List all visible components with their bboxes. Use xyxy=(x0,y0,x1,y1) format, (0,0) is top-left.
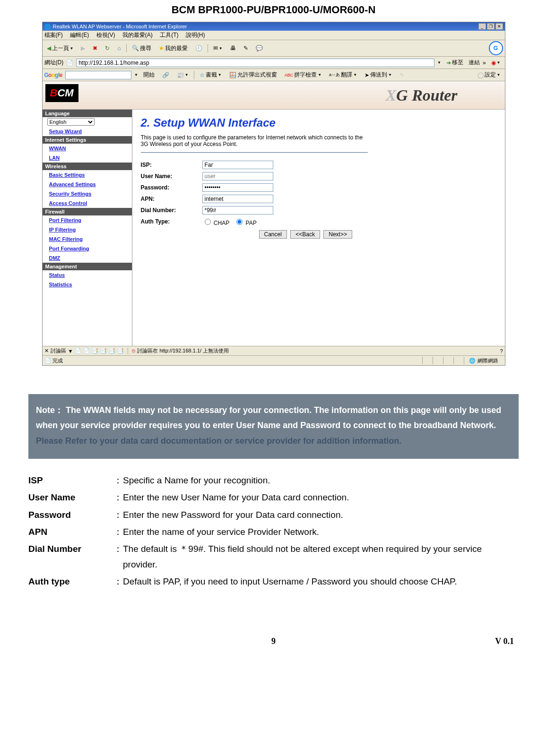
def-term: Auth type xyxy=(28,574,113,589)
discussion-help-icon[interactable]: ? xyxy=(500,348,503,354)
google-bookmarks-button[interactable]: ☆書籤▼ xyxy=(197,70,224,80)
discussion-icon-4[interactable]: 📑 xyxy=(100,348,107,354)
status-cell xyxy=(453,357,464,364)
sidebar-wwan[interactable]: WWAN xyxy=(49,146,66,151)
sidebar-setup-wizard[interactable]: Setup Wizard xyxy=(49,129,82,134)
dial-input[interactable] xyxy=(202,206,273,215)
popup-icon: 🪟 xyxy=(229,72,236,78)
go-button[interactable]: ➜ 移至 xyxy=(444,58,466,68)
close-button[interactable]: ✕ xyxy=(495,23,503,30)
home-button[interactable]: ⌂ xyxy=(115,44,123,52)
snagit-button[interactable]: ◉▼ xyxy=(489,59,503,67)
back-button[interactable]: ◀ 上一頁 ▼ xyxy=(44,43,76,53)
favorites-label: 我的最愛 xyxy=(165,44,188,52)
google-start-button[interactable]: 開始 xyxy=(141,70,157,80)
page-footer: 9 V 0.1 xyxy=(28,636,519,646)
menu-favorites[interactable]: 我的最愛(A) xyxy=(122,32,153,38)
status-bar: 📄 完成 🌐 網際網路 xyxy=(43,355,505,365)
google-toolbar: Google ▼ 開始 🔗 📰▼ ☆書籤▼ 🪟允許彈出式視窗 ABC拼字檢查▼ … xyxy=(43,69,505,81)
google-logo: Google xyxy=(44,72,62,78)
popup-label: 允許彈出式視窗 xyxy=(237,71,277,79)
username-label: User Name: xyxy=(141,173,202,180)
page-description: This page is used to configure the param… xyxy=(141,134,368,153)
address-input[interactable] xyxy=(76,59,434,67)
maximize-button[interactable]: ❐ xyxy=(487,23,495,30)
window-title: Realtek WLAN AP Webserver - Microsoft In… xyxy=(53,24,187,29)
cancel-button[interactable]: Cancel xyxy=(259,230,287,239)
google-news-button[interactable]: 📰▼ xyxy=(174,71,191,79)
discuss-button[interactable]: 💬 xyxy=(253,44,265,52)
sidebar-statistics[interactable]: Statistics xyxy=(49,282,72,287)
username-input[interactable] xyxy=(202,172,273,180)
sidebar-lan[interactable]: LAN xyxy=(49,155,60,161)
menu-edit[interactable]: 編輯(E) xyxy=(70,32,89,38)
discussion-icon-1[interactable]: 📄 xyxy=(75,348,81,354)
def-row: Auth type ： Default is PAP, if you need … xyxy=(28,574,519,589)
xg-router-title: XG Router xyxy=(385,86,457,104)
google-search-input[interactable] xyxy=(65,71,131,79)
menu-tools[interactable]: 工具(T) xyxy=(160,32,178,38)
refresh-button[interactable]: ↻ xyxy=(103,44,112,52)
links-label[interactable]: 連結 xyxy=(469,59,480,67)
search-button[interactable]: 🔍 搜尋 xyxy=(130,43,154,53)
ie-icon: 🌐 xyxy=(44,24,51,30)
stop-button[interactable]: ✖ xyxy=(90,44,100,52)
isp-input[interactable] xyxy=(202,161,273,169)
discussion-icon-3[interactable]: 📑 xyxy=(92,348,98,354)
sidebar-access-control[interactable]: Access Control xyxy=(49,200,87,206)
sidebar-mac-filtering[interactable]: MAC Filtering xyxy=(49,236,83,242)
discussion-label[interactable]: 討論區 xyxy=(51,347,66,354)
menu-file[interactable]: 檔案(F) xyxy=(44,32,63,38)
router-main: 2. Setup WWAN Interface This page is use… xyxy=(132,110,505,346)
sidebar-head-firewall: Firewall xyxy=(43,208,132,215)
isp-label: ISP: xyxy=(141,162,202,168)
back-button-wizard[interactable]: <<Back xyxy=(290,230,320,239)
discussion-msg: 討論區在 http://192.168.1.1/ 上無法使用 xyxy=(137,347,229,354)
google-settings-button[interactable]: ◯設定▼ xyxy=(475,70,503,80)
next-button[interactable]: Next>> xyxy=(323,230,352,239)
bcm-logo: BCM xyxy=(45,84,78,102)
history-button[interactable]: 🕘 xyxy=(193,44,205,52)
sidebar-status[interactable]: Status xyxy=(49,272,65,278)
sidebar-port-filtering[interactable]: Port Filtering xyxy=(49,217,81,223)
definitions: ISP ： Specific a Name for your recogniti… xyxy=(28,473,519,589)
google-highlight-button[interactable]: ✎ xyxy=(397,71,407,79)
highlight-icon: ✎ xyxy=(399,72,404,78)
sidebar-port-forwarding[interactable]: Port Forwarding xyxy=(49,246,89,251)
menu-view[interactable]: 檢視(V) xyxy=(96,32,115,38)
auth-pap-radio[interactable] xyxy=(236,219,243,225)
news-icon: 📰 xyxy=(177,72,184,78)
note-label: Note： xyxy=(36,405,63,415)
edit-button[interactable]: ✎ xyxy=(241,44,251,52)
discussion-icon-6[interactable]: 📑 xyxy=(117,348,124,354)
print-button[interactable]: 🖶 xyxy=(228,44,238,52)
sidebar-dmz[interactable]: DMZ xyxy=(49,255,61,261)
apn-input[interactable] xyxy=(202,195,273,203)
menu-help[interactable]: 說明(H) xyxy=(186,32,205,38)
google-spellcheck-button[interactable]: ABC拼字檢查▼ xyxy=(282,70,324,80)
sidebar: Language English Setup Wizard Internet S… xyxy=(43,110,132,346)
sidebar-ip-filtering[interactable]: IP Filtering xyxy=(49,227,76,232)
sidebar-advanced-settings[interactable]: Advanced Settings xyxy=(49,181,96,187)
sidebar-security-settings[interactable]: Security Settings xyxy=(49,191,92,197)
google-sendto-button[interactable]: ➤傳送到▼ xyxy=(362,70,394,80)
favorites-button[interactable]: ★ 我的最愛 xyxy=(156,43,190,53)
auth-chap-radio[interactable] xyxy=(205,219,211,225)
google-popup-button[interactable]: 🪟允許彈出式視窗 xyxy=(227,70,279,80)
google-translate-button[interactable]: a↔あ翻譯▼ xyxy=(327,70,359,80)
minimize-button[interactable]: _ xyxy=(478,23,486,30)
status-done: 完成 xyxy=(52,358,63,363)
discussion-close-icon[interactable]: ✕ xyxy=(44,348,49,354)
google-share-button[interactable]: 🔗 xyxy=(160,71,172,79)
address-dropdown-icon[interactable]: ▼ xyxy=(437,60,441,65)
password-input[interactable] xyxy=(202,183,273,192)
discussion-icon-5[interactable]: 📑 xyxy=(109,348,115,354)
forward-button[interactable]: ▶ xyxy=(78,44,87,52)
def-row: Dial Number ： The default is ＊99#. This … xyxy=(28,541,519,572)
def-term: User Name xyxy=(28,490,113,505)
language-select[interactable]: English xyxy=(47,118,95,126)
sidebar-basic-settings[interactable]: Basic Settings xyxy=(49,172,85,178)
translate-icon: a↔あ xyxy=(329,72,340,78)
mail-button[interactable]: ✉▼ xyxy=(211,44,225,52)
discussion-icon-2[interactable]: 📄 xyxy=(83,348,90,354)
